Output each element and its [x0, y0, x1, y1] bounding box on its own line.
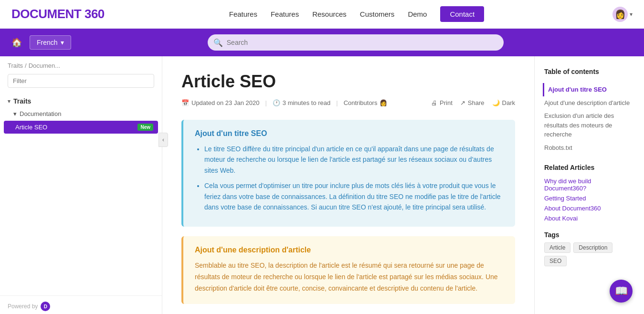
related-articles-title: Related Articles [544, 164, 634, 171]
calendar-icon: 📅 [181, 99, 189, 106]
share-button[interactable]: ↗ Share [460, 99, 485, 106]
chevron-down-icon: ▾ [13, 110, 17, 117]
breadcrumb-separator: / [25, 62, 27, 69]
section-titre-seo: Ajout d'un titre SEO Le titre SEO diffèr… [181, 120, 515, 227]
sidebar-footer: Powered by D [0, 295, 162, 314]
home-icon[interactable]: 🏠 [11, 37, 22, 48]
list-item: Le titre SEO diffère du titre principal … [204, 144, 504, 176]
article-meta: 📅 Updated on 23 Jan 2020 | 🕐 3 minutes t… [181, 99, 515, 106]
dark-mode-button[interactable]: 🌙 Dark [492, 99, 515, 106]
language-label: French [37, 39, 58, 46]
logo: DOCUMENT 360 [11, 7, 105, 21]
nav-link-demo[interactable]: Demo [408, 10, 427, 18]
tags-list: Article Description SEO [544, 242, 634, 266]
chevron-down-icon: ▾ [61, 39, 64, 46]
moon-icon: 🌙 [492, 99, 500, 106]
breadcrumb-traits[interactable]: Traits [8, 62, 23, 69]
sidebar: Traits / Documen... ▾ Traits ▾ Documenta… [0, 56, 162, 314]
article-title: Article SEO [181, 72, 515, 92]
section-titre-seo-title: Ajout d'un titre SEO [195, 129, 504, 138]
share-label: Share [468, 99, 485, 106]
meta-sep1: | [265, 99, 266, 106]
chevron-down-icon: ▾ [8, 98, 11, 105]
updated-text: Updated on 23 Jan 2020 [191, 99, 259, 106]
tags-section: Tags Article Description SEO [544, 231, 634, 266]
nav-links: Features Features Resources Customers De… [229, 6, 484, 22]
tags-title: Tags [544, 231, 634, 239]
contributors-label: Contributors [344, 99, 378, 106]
read-time-text: 3 minutes to read [283, 99, 330, 106]
article-actions: 🖨 Print ↗ Share 🌙 Dark [431, 99, 515, 106]
top-nav: DOCUMENT 360 Features Features Resources… [0, 0, 644, 29]
related-link-4[interactable]: About Kovai [544, 213, 634, 223]
sidebar-item-article-seo[interactable]: Article SEO New [4, 121, 158, 134]
sidebar-nav: ▾ Traits ▾ Documentation Article SEO New [0, 93, 162, 295]
powered-by-label: Powered by [8, 303, 38, 310]
section-description-title: Ajout d'une description d'article [195, 246, 504, 254]
help-button[interactable]: 📖 [610, 280, 633, 303]
breadcrumb: Traits / Documen... [0, 56, 162, 72]
main-layout: Traits / Documen... ▾ Traits ▾ Documenta… [0, 56, 644, 314]
sidebar-collapse-button[interactable]: ‹ [158, 133, 168, 147]
toc-items: Ajout d'un titre SEO Ajout d'une descrip… [544, 83, 634, 154]
section-description-article: Ajout d'une description d'article Sembla… [181, 236, 515, 304]
read-time: 🕐 3 minutes to read [273, 99, 330, 106]
content-area: Article SEO 📅 Updated on 23 Jan 2020 | 🕐… [162, 56, 534, 314]
new-badge: New [137, 124, 153, 131]
print-icon: 🖨 [431, 99, 437, 106]
sidebar-wrapper: Traits / Documen... ▾ Traits ▾ Documenta… [0, 56, 162, 314]
search-input[interactable] [208, 34, 504, 51]
nav-link-features2[interactable]: Features [271, 10, 299, 18]
sidebar-section-traits-title[interactable]: ▾ Traits [0, 94, 162, 108]
related-link-1[interactable]: Why did we build Document360? [544, 176, 634, 193]
dark-label: Dark [502, 99, 515, 106]
updated-date: 📅 Updated on 23 Jan 2020 [181, 99, 259, 106]
help-icon: 📖 [615, 285, 628, 297]
toc-sidebar: Table of contents Ajout d'un titre SEO A… [534, 56, 644, 314]
tag-seo[interactable]: SEO [544, 256, 567, 266]
related-articles-list: Why did we build Document360? Getting St… [544, 176, 634, 223]
clock-icon: 🕐 [273, 99, 280, 106]
filter-input[interactable] [8, 74, 154, 88]
sidebar-subsection-label: Documentation [20, 110, 61, 117]
toc-item-robots[interactable]: Robots.txt [544, 141, 634, 155]
search-icon: 🔍 [213, 38, 223, 47]
toc-item-titre-seo[interactable]: Ajout d'un titre SEO [543, 83, 634, 96]
contributor-avatar: 👩 [380, 99, 387, 106]
user-menu[interactable]: 👩 ▾ [609, 7, 633, 22]
share-icon: ↗ [460, 99, 465, 106]
print-button[interactable]: 🖨 Print [431, 99, 453, 106]
sidebar-section-label: Traits [13, 97, 31, 105]
tag-article[interactable]: Article [544, 242, 570, 253]
nav-link-features1[interactable]: Features [229, 10, 257, 18]
print-label: Print [440, 99, 453, 106]
toc-item-description[interactable]: Ajout d'une description d'article [544, 96, 634, 110]
related-link-2[interactable]: Getting Started [544, 193, 634, 203]
chevron-down-icon: ▾ [630, 11, 633, 18]
sidebar-section-traits: ▾ Traits ▾ Documentation Article SEO New [0, 93, 162, 136]
section-description-text: Semblable au titre SEO, la description d… [195, 260, 504, 294]
toc-item-exclusion[interactable]: Exclusion d'un article des résultats des… [544, 109, 634, 141]
search-bar: 🔍 [208, 34, 504, 51]
breadcrumb-documen: Documen... [29, 62, 60, 69]
avatar[interactable]: 👩 [612, 7, 628, 22]
related-link-3[interactable]: About Document360 [544, 203, 634, 213]
language-selector[interactable]: French ▾ [30, 35, 71, 50]
toc-title: Table of contents [544, 68, 634, 75]
sidebar-item-label: Article SEO [15, 124, 47, 131]
contact-button[interactable]: Contact [440, 6, 484, 22]
powered-logo: D [41, 302, 50, 311]
nav-link-customers[interactable]: Customers [360, 10, 395, 18]
meta-sep2: | [336, 99, 338, 106]
contributors: Contributors 👩 [344, 99, 388, 106]
tag-description[interactable]: Description [573, 242, 612, 253]
purple-bar: 🏠 French ▾ 🔍 [0, 29, 644, 56]
section-titre-seo-list: Le titre SEO diffère du titre principal … [195, 144, 504, 212]
list-item: Cela vous permet d'optimiser un titre po… [204, 180, 504, 212]
nav-link-resources[interactable]: Resources [312, 10, 347, 18]
sidebar-subsection-documentation[interactable]: ▾ Documentation [0, 108, 162, 120]
